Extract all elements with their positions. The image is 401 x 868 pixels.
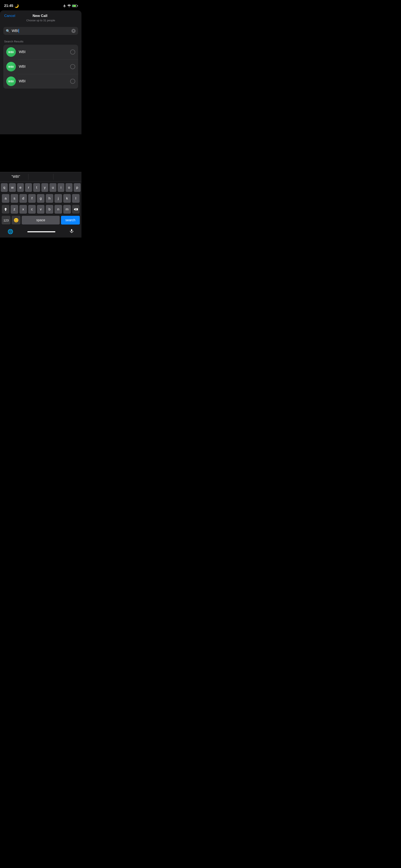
suggestion-right[interactable] bbox=[53, 176, 78, 178]
key-h[interactable]: h bbox=[46, 194, 53, 203]
keyboard-rows: q w e r t y u i o p a s d f g h j k l bbox=[0, 182, 82, 227]
avatar-initials-1: WBI bbox=[8, 65, 14, 68]
key-p[interactable]: p bbox=[74, 183, 81, 192]
key-v[interactable]: v bbox=[37, 205, 44, 214]
radio-button-2[interactable] bbox=[70, 79, 75, 84]
modal-header: Cancel New Call Choose up to 31 people bbox=[0, 10, 82, 27]
search-field-icon: 🔍 bbox=[6, 29, 10, 33]
key-g[interactable]: g bbox=[37, 194, 44, 203]
globe-icon[interactable]: 🌐 bbox=[7, 229, 13, 235]
main-content: Search Results WBI WBI WBI WBI WBI WBI bbox=[0, 38, 82, 134]
status-right: ⚡ bbox=[63, 4, 77, 7]
avatar-2: WBI bbox=[6, 76, 16, 86]
key-t[interactable]: t bbox=[33, 183, 40, 192]
key-c[interactable]: c bbox=[28, 205, 36, 214]
status-time: 21:45 🌙 bbox=[4, 4, 19, 8]
avatar-0: WBI bbox=[6, 47, 16, 57]
key-q[interactable]: q bbox=[1, 183, 8, 192]
key-a[interactable]: a bbox=[2, 194, 9, 203]
key-m[interactable]: m bbox=[63, 205, 71, 214]
header-top: Cancel New Call bbox=[4, 14, 77, 18]
suggestion-left[interactable]: "WBI" bbox=[3, 174, 28, 180]
keyboard-bottom-bar: 🌐 bbox=[0, 227, 82, 238]
clear-icon: ✕ bbox=[72, 30, 74, 32]
radio-button-0[interactable] bbox=[70, 50, 75, 55]
avatar-initials-0: WBI bbox=[8, 51, 14, 54]
key-k[interactable]: k bbox=[63, 194, 71, 203]
modal-title: New Call bbox=[33, 14, 48, 18]
moon-icon: 🌙 bbox=[14, 4, 19, 8]
section-label: Search Results bbox=[3, 38, 78, 45]
space-key[interactable]: space bbox=[22, 216, 60, 224]
battery-bolt-icon: ⚡ bbox=[74, 5, 76, 7]
result-item-0[interactable]: WBI WBI bbox=[3, 45, 78, 59]
key-r[interactable]: r bbox=[25, 183, 32, 192]
key-s[interactable]: s bbox=[11, 194, 18, 203]
key-u[interactable]: u bbox=[50, 183, 56, 192]
svg-point-0 bbox=[69, 7, 69, 7]
clear-button[interactable]: ✕ bbox=[71, 29, 75, 33]
battery-indicator: ⚡ bbox=[72, 5, 77, 7]
wifi-icon bbox=[67, 4, 71, 7]
key-e[interactable]: e bbox=[17, 183, 24, 192]
result-name-2: WBI bbox=[19, 79, 70, 83]
keyboard-suggestions: "WBI" bbox=[0, 172, 82, 182]
cancel-button[interactable]: Cancel bbox=[4, 14, 15, 18]
microphone-icon[interactable] bbox=[69, 229, 74, 235]
result-item-1[interactable]: WBI WBI bbox=[3, 59, 78, 74]
avatar-initials-2: WBI bbox=[8, 80, 14, 83]
empty-area bbox=[0, 134, 82, 172]
search-key[interactable]: search bbox=[61, 216, 80, 224]
key-z[interactable]: z bbox=[11, 205, 18, 214]
emoji-key[interactable]: 😊 bbox=[12, 216, 21, 224]
key-j[interactable]: j bbox=[55, 194, 62, 203]
keyboard: "WBI" q w e r t y u i o p a s d f g h j bbox=[0, 172, 82, 238]
radio-button-1[interactable] bbox=[70, 64, 75, 69]
airplane-icon bbox=[63, 4, 66, 7]
suggestion-center[interactable] bbox=[28, 176, 53, 178]
text-cursor bbox=[19, 29, 19, 33]
time-display: 21:45 bbox=[4, 4, 13, 8]
key-d[interactable]: d bbox=[20, 194, 27, 203]
key-row-bottom: 123 😊 space search bbox=[1, 216, 81, 224]
key-y[interactable]: y bbox=[41, 183, 48, 192]
key-i[interactable]: i bbox=[58, 183, 65, 192]
result-item-2[interactable]: WBI WBI bbox=[3, 74, 78, 89]
status-bar: 21:45 🌙 ⚡ bbox=[0, 0, 82, 10]
key-n[interactable]: n bbox=[55, 205, 62, 214]
key-l[interactable]: l bbox=[72, 194, 80, 203]
key-f[interactable]: f bbox=[28, 194, 36, 203]
numbers-key[interactable]: 123 bbox=[2, 216, 10, 224]
home-bar-spacer bbox=[27, 231, 55, 232]
key-row-1: q w e r t y u i o p bbox=[1, 183, 81, 192]
result-name-1: WBI bbox=[19, 65, 70, 69]
key-w[interactable]: w bbox=[9, 183, 16, 192]
key-row-2: a s d f g h j k l bbox=[1, 194, 81, 203]
key-row-3: z x c v b n m bbox=[1, 205, 81, 214]
search-container: 🔍 WBI ✕ bbox=[0, 27, 82, 38]
search-input-value: WBI bbox=[12, 29, 19, 33]
key-o[interactable]: o bbox=[66, 183, 72, 192]
result-name-0: WBI bbox=[19, 50, 70, 54]
key-b[interactable]: b bbox=[46, 205, 53, 214]
key-x[interactable]: x bbox=[20, 205, 27, 214]
search-field[interactable]: 🔍 WBI ✕ bbox=[3, 27, 78, 35]
results-list: WBI WBI WBI WBI WBI WBI bbox=[3, 45, 78, 89]
avatar-1: WBI bbox=[6, 62, 16, 71]
delete-key[interactable] bbox=[72, 205, 80, 214]
modal-subtitle: Choose up to 31 people bbox=[4, 19, 77, 22]
shift-key[interactable] bbox=[2, 205, 9, 214]
